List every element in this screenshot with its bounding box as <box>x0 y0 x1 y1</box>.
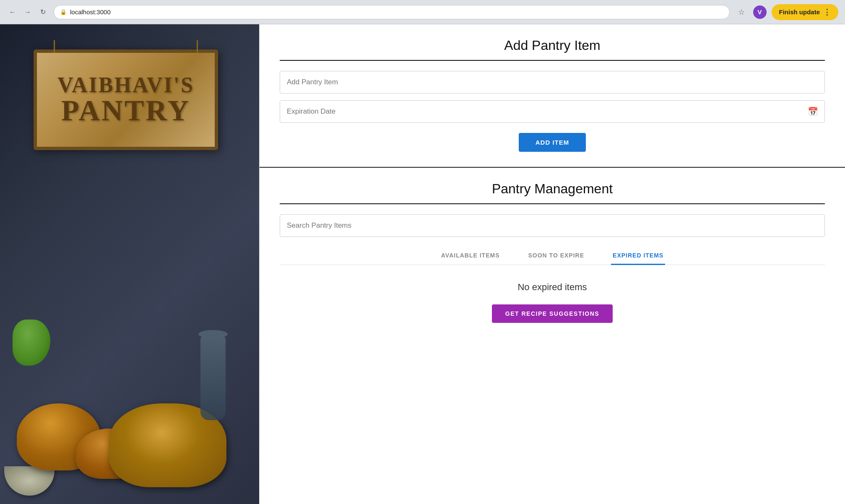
back-button[interactable]: ← <box>7 6 18 18</box>
browser-chrome: ← → ↻ 🔒 localhost:3000 ☆ V Finish update… <box>0 0 845 24</box>
tab-expired-items[interactable]: EXPIRED ITEMS <box>611 247 665 265</box>
forward-button[interactable]: → <box>22 6 34 18</box>
sign-container: VAIBHAVI'S PANTRY <box>34 49 218 150</box>
tab-available[interactable]: AVAILABLE ITEMS <box>439 247 502 265</box>
tab-soon-to-expire[interactable]: SOON TO EXPIRE <box>527 247 586 265</box>
lock-icon: 🔒 <box>60 9 67 15</box>
management-title: Pantry Management <box>280 181 825 204</box>
no-items-message: No expired items <box>280 282 825 293</box>
finish-update-label: Finish update <box>779 8 820 16</box>
main-content: VAIBHAVI'S PANTRY Add Pantry Item <box>0 24 845 504</box>
address-bar[interactable]: 🔒 localhost:3000 <box>54 5 730 19</box>
bookmark-button[interactable]: ☆ <box>735 6 748 18</box>
url-text: localhost:3000 <box>70 8 111 16</box>
sign-title-line2: PANTRY <box>61 96 190 125</box>
add-item-button[interactable]: ADD ITEM <box>519 133 586 152</box>
tabs: AVAILABLE ITEMS SOON TO EXPIRE EXPIRED I… <box>280 247 825 265</box>
avatar-button[interactable]: V <box>753 5 767 19</box>
management-section: Pantry Management AVAILABLE ITEMS SOON T… <box>260 168 845 338</box>
menu-dots-icon: ⋮ <box>823 8 831 17</box>
add-item-input[interactable] <box>280 71 825 94</box>
pantry-image: VAIBHAVI'S PANTRY <box>0 24 259 504</box>
reload-button[interactable]: ↻ <box>37 6 49 18</box>
finish-update-button[interactable]: Finish update ⋮ <box>772 4 839 20</box>
search-input[interactable] <box>280 214 825 237</box>
add-pantry-section: Add Pantry Item 📅 ADD ITEM <box>260 24 845 168</box>
vase-icon <box>200 336 226 420</box>
add-pantry-title: Add Pantry Item <box>280 38 825 61</box>
grape-cluster <box>13 320 50 366</box>
sign-box: VAIBHAVI'S PANTRY <box>34 49 218 150</box>
left-panel: VAIBHAVI'S PANTRY <box>0 24 259 504</box>
right-panel: Add Pantry Item 📅 ADD ITEM Pantry Manage… <box>259 24 845 504</box>
expiration-date-input[interactable] <box>280 100 825 123</box>
sign-rope-left <box>54 40 55 53</box>
nav-buttons: ← → ↻ <box>7 6 49 18</box>
food-decor <box>0 294 259 504</box>
grapes-icon <box>13 320 55 378</box>
sign-title-line1: VAIBHAVI'S <box>57 74 194 96</box>
sign-rope-right <box>197 40 198 53</box>
bowl-icon <box>4 466 55 496</box>
get-recipe-suggestions-button[interactable]: GET RECIPE SUGGESTIONS <box>492 304 613 323</box>
date-input-wrapper: 📅 <box>280 100 825 123</box>
